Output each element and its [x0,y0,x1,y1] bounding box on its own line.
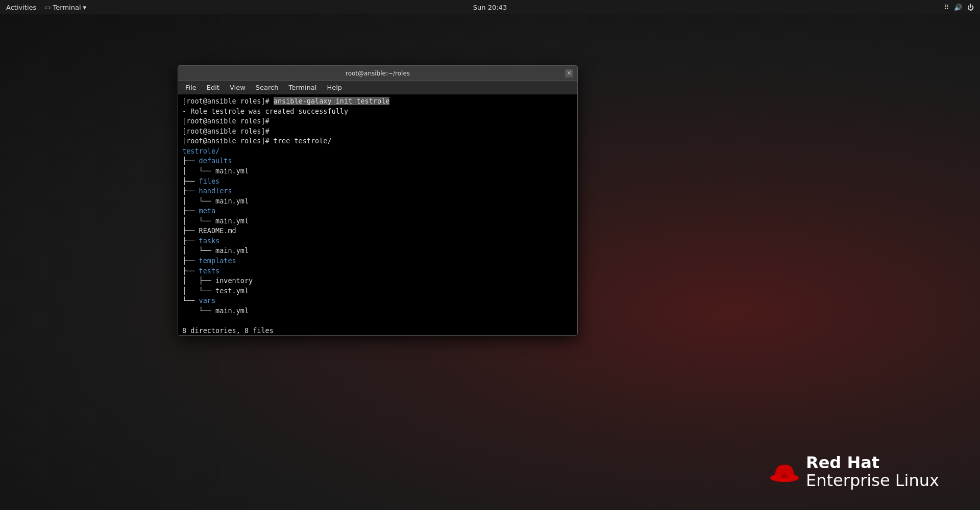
redhat-hat-icon [769,458,800,485]
terminal-icon: ▭ [44,4,51,11]
terminal-line-11: │ └── main.yml [182,196,573,207]
topbar-left: Activities ▭ Terminal ▾ [6,4,86,11]
topbar-clock: Sun 20:43 [473,4,507,11]
terminal-dropdown-arrow: ▾ [83,4,87,11]
menu-view[interactable]: View [225,83,251,92]
terminal-line-14: ├── README.md [182,226,573,236]
redhat-name: Red Hat [806,454,939,472]
terminal-line-22: └── main.yml [182,306,573,316]
terminal-line-2: - Role testrole was created successfully [182,107,573,117]
terminal-line-23 [182,316,573,326]
terminal-line-21: └── vars [182,296,573,306]
network-icon: ⠿ [944,4,949,11]
activities-button[interactable]: Activities [6,4,36,11]
redhat-subtitle: Enterprise Linux [806,472,939,490]
terminal-line-13: │ └── main.yml [182,216,573,226]
title-bar: root@ansible:~/roles ✕ [178,66,577,81]
topbar-right: ⠿ 🔊 ⏻ [944,4,974,11]
terminal-line-5: [root@ansible roles]# tree testrole/ [182,136,573,146]
terminal-line-3: [root@ansible roles]# [182,116,573,126]
redhat-logo: Red Hat Enterprise Linux [769,454,939,490]
terminal-line-9: ├── files [182,176,573,187]
terminal-line-8: │ └── main.yml [182,166,573,176]
menu-search[interactable]: Search [251,83,284,92]
terminal-line-15: ├── tasks [182,236,573,246]
terminal-line-17: ├── templates [182,256,573,266]
terminal-content[interactable]: [root@ansible roles]# ansible-galaxy ini… [178,94,577,335]
terminal-line-18: ├── tests [182,266,573,276]
terminal-line-12: ├── meta [182,206,573,216]
menu-edit[interactable]: Edit [202,83,225,92]
close-button[interactable]: ✕ [565,69,573,78]
terminal-line-6: testrole/ [182,146,573,157]
terminal-line-24: 8 directories, 8 files [182,326,573,335]
volume-icon: 🔊 [954,4,962,11]
terminal-line-20: │ └── test.yml [182,286,573,296]
terminal-line-19: │ ├── inventory [182,276,573,286]
power-icon: ⏻ [967,4,974,11]
terminal-label: Terminal [53,4,81,11]
menu-help[interactable]: Help [322,83,347,92]
terminal-line-4: [root@ansible roles]# [182,126,573,137]
menu-file[interactable]: File [180,83,202,92]
terminal-line-10: ├── handlers [182,186,573,196]
terminal-window: root@ansible:~/roles ✕ File Edit View Se… [178,65,578,336]
redhat-brand-text: Red Hat Enterprise Linux [806,454,939,490]
terminal-line-16: │ └── main.yml [182,246,573,256]
window-title: root@ansible:~/roles [190,70,565,77]
terminal-line-7: ├── defaults [182,156,573,166]
topbar: Activities ▭ Terminal ▾ Sun 20:43 ⠿ 🔊 ⏻ [0,0,980,14]
menu-terminal[interactable]: Terminal [283,83,322,92]
desktop: root@ansible:~/roles ✕ File Edit View Se… [0,14,980,510]
terminal-taskbar-button[interactable]: ▭ Terminal ▾ [44,4,86,11]
menu-bar: File Edit View Search Terminal Help [178,81,577,94]
terminal-line-1: [root@ansible roles]# ansible-galaxy ini… [182,96,573,107]
